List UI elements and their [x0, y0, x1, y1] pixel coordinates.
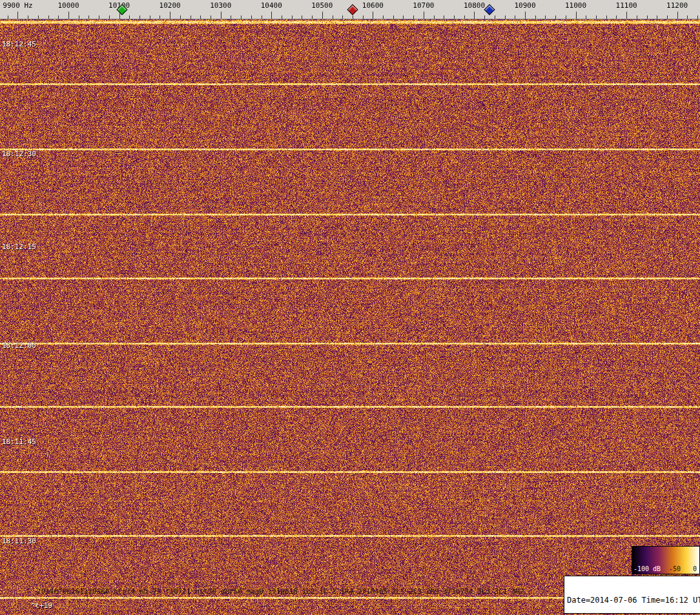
info-line-date: Date=2014-07-06 Time=16:12 UTC: [567, 596, 698, 605]
spectrogram-window: 20140706161119880 hCnt4 nb-73 f10721 hit…: [0, 0, 700, 615]
time-label: 18:12:15: [2, 243, 36, 252]
time-label: 18:11:30: [2, 537, 36, 546]
time-label: 18:11:45: [2, 438, 36, 447]
colorbar-mid-label: -50: [669, 565, 681, 572]
time-label: 18:12:00: [2, 341, 36, 350]
colorbar-max-label: 0: [693, 565, 697, 572]
info-box: Date=2014-07-06 Time=16:12 UTC Freq=143 …: [564, 576, 700, 614]
waterfall-display: [0, 19, 700, 615]
detection-log-text: 20140706161119880 hCnt4 nb-73 f10721 hit…: [37, 587, 524, 596]
colorbar: -100 dB -50 0: [632, 546, 700, 574]
cursor-position-text: ^t+19: [31, 601, 52, 610]
colorbar-min-label: -100 dB: [633, 565, 661, 572]
time-label: 18:12:45: [2, 40, 36, 49]
time-label: 18:12:30: [2, 150, 36, 159]
